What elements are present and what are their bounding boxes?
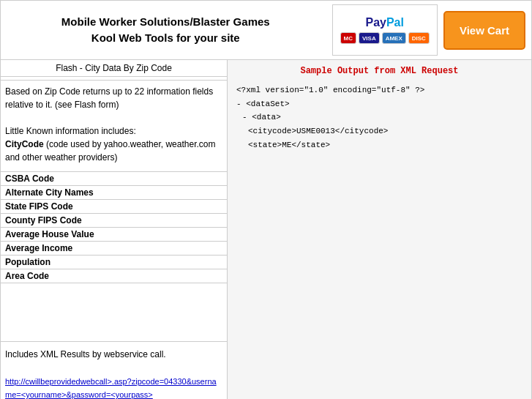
- main-container: Flash - City Data By Zip Code Based on Z…: [0, 60, 532, 399]
- title-line1: Mobile Worker Solutions/Blaster Games: [7, 14, 325, 31]
- xml-line: - <dataSet>: [236, 97, 522, 111]
- list-item: CSBA Code: [1, 172, 227, 186]
- xml-info-section: Includes XML Results by webservice call.…: [1, 342, 227, 399]
- list-item: Alternate City Names: [1, 186, 227, 200]
- title-line2: Kool Web Tools for your site: [7, 30, 325, 47]
- xml-url[interactable]: http://cwillbeprovidedwebcall>.asp?zipco…: [5, 376, 222, 399]
- xml-description: Includes XML Results by webservice call.: [5, 348, 222, 362]
- amex-icon: AMEX: [382, 32, 406, 44]
- site-title: Mobile Worker Solutions/Blaster Games Ko…: [7, 14, 325, 47]
- city-code-info: CityCode (code used by yahoo.weather, we…: [5, 138, 222, 164]
- card-icons: MC VISA AMEX DISC: [340, 32, 430, 44]
- little-known-label: Little Known information includes:: [5, 124, 222, 138]
- sample-output-title: Sample Output from XML Request: [236, 66, 522, 76]
- list-item: County FIPS Code: [1, 214, 227, 228]
- xml-line: <citycode>USME0013</citycode>: [236, 124, 522, 138]
- city-code-label: CityCode: [5, 139, 44, 149]
- discover-icon: DISC: [408, 32, 430, 44]
- xml-line: - <data>: [236, 111, 522, 124]
- left-panel: Flash - City Data By Zip Code Based on Z…: [1, 60, 228, 399]
- panel-title: Flash - City Data By Zip Code: [1, 60, 227, 77]
- list-item: State FIPS Code: [1, 200, 227, 214]
- xml-line: <state>ME</state>: [236, 138, 522, 152]
- visa-icon: VISA: [359, 32, 380, 44]
- empty-space: [1, 283, 227, 342]
- header: Mobile Worker Solutions/Blaster Games Ko…: [0, 0, 532, 60]
- field-list: CSBA CodeAlternate City NamesState FIPS …: [1, 172, 227, 283]
- list-item: Population: [1, 256, 227, 269]
- list-item: Average House Value: [1, 228, 227, 242]
- paypal-section: PayPal MC VISA AMEX DISC: [332, 4, 438, 56]
- paypal-logo: PayPal: [365, 16, 403, 29]
- description-section: Based on Zip Code returns up to 22 infor…: [1, 81, 227, 172]
- right-panel: Sample Output from XML Request <?xml ver…: [228, 60, 531, 399]
- view-cart-button[interactable]: View Cart: [443, 11, 525, 50]
- description-text: Based on Zip Code returns up to 22 infor…: [5, 85, 222, 111]
- list-item: Average Income: [1, 242, 227, 256]
- list-item: Area Code: [1, 269, 227, 283]
- xml-line: <?xml version="1.0" encoding="utf-8" ?>: [236, 83, 522, 97]
- xml-output: <?xml version="1.0" encoding="utf-8" ?>-…: [236, 83, 522, 152]
- mastercard-icon: MC: [340, 32, 356, 44]
